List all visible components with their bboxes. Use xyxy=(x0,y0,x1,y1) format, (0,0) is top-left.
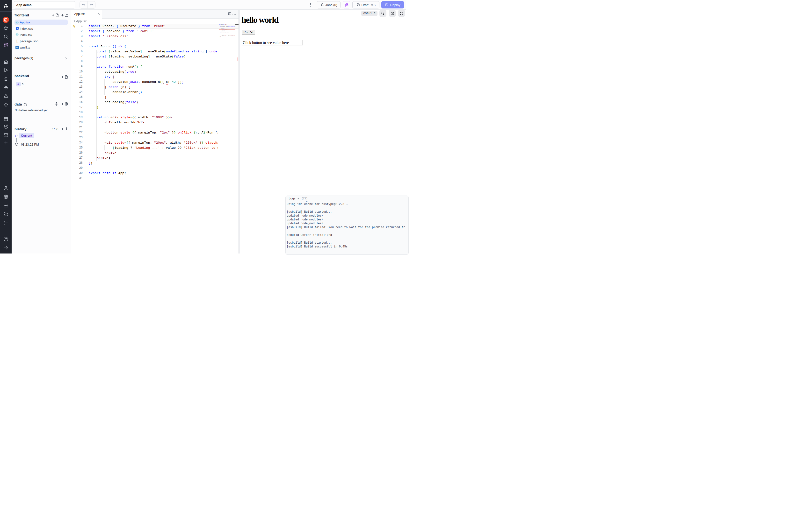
svg-text:TS: TS xyxy=(16,47,18,48)
svg-text:3: 3 xyxy=(17,27,18,30)
